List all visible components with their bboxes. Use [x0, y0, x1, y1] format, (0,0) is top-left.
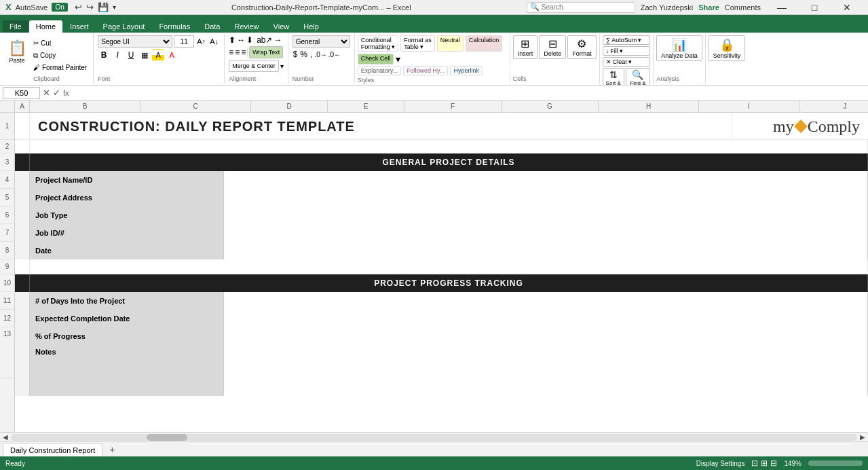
row-num-1[interactable]: 1	[0, 113, 14, 140]
number-format-select[interactable]: General	[293, 35, 350, 48]
row-num-11[interactable]: 11	[0, 292, 14, 310]
minimize-button[interactable]: —	[766, 0, 797, 15]
delete-cells-button[interactable]: ⊟ Delete	[539, 35, 566, 59]
row-num-2[interactable]: 2	[0, 140, 14, 153]
close-button[interactable]: ✕	[831, 0, 863, 15]
style-check-cell[interactable]: Check Cell	[358, 54, 394, 65]
merge-center-button[interactable]: Merge & Center	[229, 60, 279, 72]
underline-button[interactable]: U	[125, 49, 137, 61]
cell-general-project-header[interactable]: GENERAL PROJECT DETAILS	[30, 153, 868, 171]
row-num-6[interactable]: 6	[0, 206, 14, 224]
comma-icon[interactable]: ,	[309, 49, 313, 60]
row-num-12[interactable]: 12	[0, 310, 14, 327]
conditional-format-button[interactable]: ConditionalFormatting ▾	[358, 35, 399, 52]
format-cells-button[interactable]: ⚙ Format	[567, 35, 597, 59]
col-header-h[interactable]: H	[599, 101, 699, 112]
redo-icon[interactable]: ↪	[86, 2, 94, 12]
cell-value-progress[interactable]	[224, 327, 868, 345]
cell-b2[interactable]	[30, 140, 868, 153]
h-scrollbar[interactable]	[11, 434, 857, 441]
orient-icon[interactable]: ab↗	[257, 35, 272, 45]
style-followed-hyperlink[interactable]: Followed Hy...	[403, 66, 448, 75]
tab-view[interactable]: View	[267, 20, 297, 33]
maximize-button[interactable]: □	[799, 0, 830, 15]
analyze-data-button[interactable]: 📊 Analyze Data	[656, 35, 702, 61]
paste-button[interactable]: 📋 Paste	[4, 38, 30, 73]
accounting-icon[interactable]: $	[293, 49, 299, 60]
search-box[interactable]: 🔍	[527, 2, 635, 13]
col-header-f[interactable]: F	[404, 101, 502, 112]
cell-a12[interactable]	[15, 310, 30, 327]
tab-formulas[interactable]: Formulas	[152, 20, 197, 33]
cell-reference-box[interactable]: K50	[3, 87, 40, 99]
cancel-formula-icon[interactable]: ✕	[43, 88, 50, 98]
row-num-7[interactable]: 7	[0, 224, 14, 242]
display-settings-button[interactable]: Display Settings	[696, 460, 745, 467]
sort-filter-button[interactable]: ⇅ Sort &Filter ▾	[603, 68, 624, 86]
percent-icon[interactable]: %	[299, 49, 308, 60]
undo-icon[interactable]: ↩	[75, 2, 82, 12]
cell-a9[interactable]	[15, 259, 30, 274]
cell-a2[interactable]	[15, 140, 30, 153]
cell-a11[interactable]	[15, 292, 30, 310]
font-decrease-icon[interactable]: A↓	[208, 36, 220, 48]
tab-home[interactable]: Home	[29, 20, 62, 33]
comments-button[interactable]: Comments	[725, 3, 761, 12]
font-increase-icon[interactable]: A↑	[195, 36, 207, 48]
align-right-icon[interactable]: ≡	[241, 48, 246, 57]
decimal-increase-icon[interactable]: .0→	[314, 51, 326, 58]
zoom-slider[interactable]	[808, 460, 863, 466]
merge-dropdown-icon[interactable]: ▾	[280, 62, 284, 70]
cell-a6[interactable]	[15, 206, 30, 224]
row-num-5[interactable]: 5	[0, 189, 14, 206]
normal-view-icon[interactable]: ⊡	[751, 458, 758, 468]
tab-help[interactable]: Help	[297, 20, 326, 33]
col-header-b[interactable]: B	[30, 101, 140, 112]
tab-page-layout[interactable]: Page Layout	[96, 20, 152, 33]
tab-data[interactable]: Data	[197, 20, 227, 33]
cell-value-completion-date[interactable]	[224, 310, 868, 327]
insert-function-icon[interactable]: fx	[63, 89, 69, 97]
cell-title[interactable]: CONSTRUCTION: DAILY REPORT TEMPLATE	[30, 113, 732, 140]
add-sheet-button[interactable]: +	[105, 443, 119, 456]
clear-button[interactable]: ✕ Clear ▾	[603, 57, 650, 67]
cell-a10[interactable]	[15, 274, 30, 292]
col-header-c[interactable]: C	[140, 101, 251, 112]
scroll-left-icon[interactable]: ◀	[3, 433, 8, 441]
cell-a8[interactable]	[15, 242, 30, 259]
cell-a1[interactable]	[15, 113, 30, 140]
style-neutral[interactable]: Neutral	[437, 35, 464, 52]
col-header-a[interactable]: A	[15, 101, 30, 112]
sensitivity-button[interactable]: 🔒 Sensitivity	[709, 35, 746, 61]
decimal-decrease-icon[interactable]: .0←	[328, 51, 341, 58]
search-input[interactable]	[542, 3, 630, 11]
align-center-icon[interactable]: ≡	[235, 48, 240, 57]
cut-button[interactable]: ✂ Cut	[31, 37, 89, 49]
cell-value-project-address[interactable]	[224, 189, 868, 206]
style-hyperlink[interactable]: Hyperlink	[450, 66, 483, 75]
col-header-g[interactable]: G	[502, 101, 599, 112]
share-button[interactable]: Share	[698, 3, 719, 12]
cell-value-date[interactable]	[224, 242, 868, 259]
save-icon[interactable]: 💾	[98, 2, 109, 12]
col-header-j[interactable]: J	[799, 101, 868, 112]
tab-review[interactable]: Review	[227, 20, 265, 33]
row-num-9[interactable]: 9	[0, 259, 14, 274]
h-scrollbar-thumb[interactable]	[147, 434, 187, 441]
cell-progress-header[interactable]: PROJECT PROGRESS TRACKING	[30, 274, 868, 292]
row-num-8[interactable]: 8	[0, 242, 14, 259]
format-as-table-button[interactable]: Format asTable ▾	[400, 35, 435, 52]
autosum-button[interactable]: ∑ AutoSum ▾	[603, 35, 650, 45]
copy-button[interactable]: ⧉ Copy	[31, 50, 89, 61]
style-explanatory[interactable]: Explanatory...	[358, 66, 401, 75]
cell-value-project-name[interactable]	[224, 171, 868, 189]
wrap-text-button[interactable]: Wrap Text	[249, 46, 283, 58]
cell-value-job-id[interactable]	[224, 224, 868, 242]
tab-daily-construction-report[interactable]: Daily Construction Report	[3, 443, 102, 456]
font-size-input[interactable]	[174, 35, 194, 48]
col-header-d[interactable]: D	[251, 101, 328, 112]
align-left-icon[interactable]: ≡	[229, 48, 233, 57]
indent-increase-icon[interactable]: →	[274, 35, 282, 45]
cell-a3[interactable]	[15, 153, 30, 171]
cell-value-days[interactable]	[224, 292, 868, 310]
